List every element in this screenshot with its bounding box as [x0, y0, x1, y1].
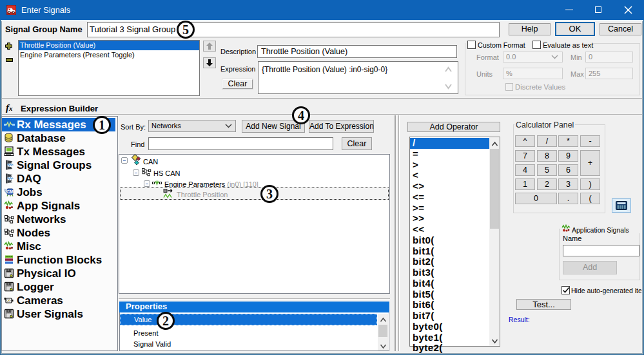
svg-text:CM: CM: [6, 189, 14, 194]
